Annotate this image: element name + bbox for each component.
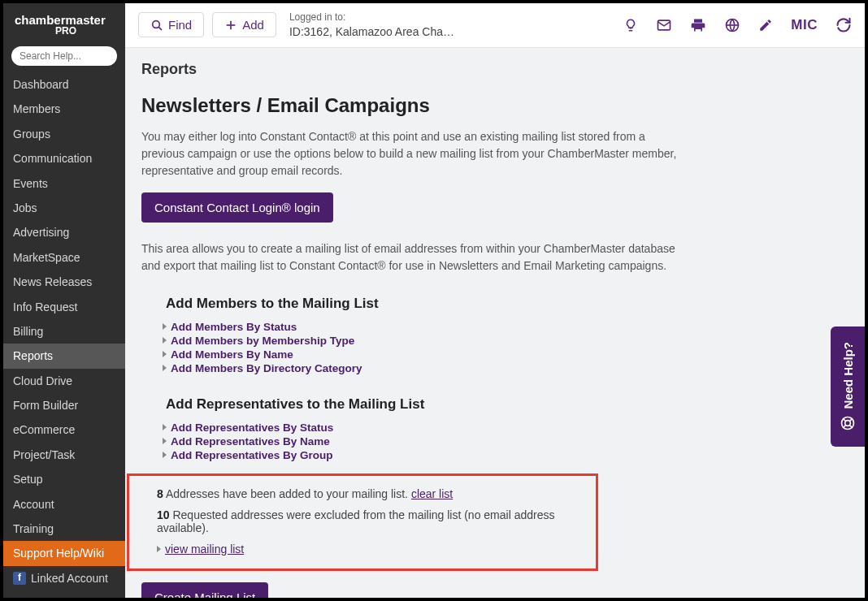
add-reps-heading: Add Representatives to the Mailing List xyxy=(141,396,848,413)
sidebar-item-ecommerce[interactable]: eCommerce xyxy=(3,417,125,442)
sidebar-item-label: Dashboard xyxy=(13,78,69,91)
sidebar-item-label: Training xyxy=(13,522,54,535)
chevron-right-icon xyxy=(163,351,167,357)
chevron-right-icon xyxy=(163,337,167,344)
add-members-add-members-by-name[interactable]: Add Members By Name xyxy=(163,348,848,361)
topbar: Find Add Logged in to: ID:3162, Kalamazo… xyxy=(125,3,865,48)
breadcrumb: Reports xyxy=(141,61,848,78)
svg-line-8 xyxy=(843,418,845,421)
intro-text: You may either log into Constant Contact… xyxy=(141,128,678,179)
svg-line-1 xyxy=(158,27,162,30)
area-text: This area allows you to create a mailing… xyxy=(141,240,678,275)
page-title: Newsletters / Email Campaigns xyxy=(141,94,848,117)
search-icon xyxy=(150,19,163,32)
add-button[interactable]: Add xyxy=(212,12,276,37)
svg-line-9 xyxy=(850,426,853,428)
chevron-right-icon xyxy=(157,546,161,552)
mic-link[interactable]: MIC xyxy=(791,17,818,33)
sidebar-item-label: Form Builder xyxy=(13,399,78,412)
sidebar-item-training[interactable]: Training xyxy=(3,517,125,541)
svg-point-7 xyxy=(845,421,851,426)
sidebar-item-label: MarketSpace xyxy=(13,251,80,264)
sidebar-item-dashboard[interactable]: Dashboard xyxy=(3,72,125,97)
sidebar-item-jobs[interactable]: Jobs xyxy=(3,196,125,220)
sidebar-item-label: Jobs xyxy=(13,201,37,214)
sidebar-item-label: eCommerce xyxy=(13,423,75,436)
content-area: Reports Newsletters / Email Campaigns Yo… xyxy=(125,48,865,598)
add-members-add-members-by-membership-type[interactable]: Add Members by Membership Type xyxy=(163,334,848,348)
plus-icon xyxy=(224,19,237,32)
add-reps-add-representatives-by-status[interactable]: Add Representatives By Status xyxy=(163,421,848,435)
sidebar-item-communication[interactable]: Communication xyxy=(3,146,125,171)
sidebar-item-label: Communication xyxy=(13,152,92,165)
add-members-heading: Add Members to the Mailing List xyxy=(141,296,848,312)
chevron-right-icon xyxy=(163,365,167,371)
lightbulb-icon[interactable] xyxy=(623,17,638,33)
mail-icon[interactable] xyxy=(656,17,672,33)
sidebar-item-advertising[interactable]: Advertising xyxy=(3,220,125,244)
facebook-icon: f xyxy=(13,572,26,585)
sidebar: chambermaster PRO DashboardMembersGroups… xyxy=(3,3,125,598)
svg-line-10 xyxy=(850,418,853,421)
sidebar-item-label: Groups xyxy=(13,128,50,141)
add-members-add-members-by-status[interactable]: Add Members By Status xyxy=(163,320,848,334)
sidebar-item-form-builder[interactable]: Form Builder xyxy=(3,393,125,417)
sidebar-item-cloud-drive[interactable]: Cloud Drive xyxy=(3,369,125,393)
sidebar-item-label: News Releases xyxy=(13,275,92,288)
pencil-icon[interactable] xyxy=(758,18,773,32)
print-icon[interactable] xyxy=(690,17,706,33)
sidebar-item-support-help-wiki[interactable]: Support Help/Wiki xyxy=(3,541,125,565)
sidebar-nav: DashboardMembersGroupsCommunicationEvent… xyxy=(3,72,125,590)
constant-contact-login-button[interactable]: Constant Contact Login® login xyxy=(141,192,333,223)
task-list-header: Task List xyxy=(3,590,125,601)
svg-line-11 xyxy=(843,426,845,428)
lifebuoy-icon xyxy=(840,415,856,431)
brand-edition: PRO xyxy=(15,25,117,37)
need-help-tab[interactable]: Need Help? xyxy=(831,326,865,447)
clear-list-link[interactable]: clear list xyxy=(411,487,453,500)
search-input[interactable] xyxy=(11,46,117,66)
login-info: Logged in to: ID:3162, Kalamazoo Area Ch… xyxy=(289,11,454,39)
sidebar-item-account[interactable]: Account xyxy=(3,492,125,517)
sidebar-item-label: Info Request xyxy=(13,300,77,313)
sidebar-item-label: Billing xyxy=(13,325,43,338)
sidebar-item-billing[interactable]: Billing xyxy=(3,319,125,344)
sidebar-item-label: Members xyxy=(13,102,60,115)
sidebar-item-label: Setup xyxy=(13,473,43,486)
add-reps-add-representatives-by-group[interactable]: Add Representatives By Group xyxy=(163,448,848,462)
sidebar-item-news-releases[interactable]: News Releases xyxy=(3,270,125,294)
brand-logo: chambermaster PRO xyxy=(3,3,125,40)
find-button[interactable]: Find xyxy=(138,12,204,37)
view-mailing-list-link[interactable]: view mailing list xyxy=(165,543,244,556)
sidebar-item-groups[interactable]: Groups xyxy=(3,122,125,146)
mailing-list-status-box: 8 Addresses have been added to your mail… xyxy=(127,473,598,571)
sidebar-item-marketspace[interactable]: MarketSpace xyxy=(3,245,125,270)
reload-icon[interactable] xyxy=(835,17,852,33)
sidebar-item-label: Account xyxy=(13,498,54,511)
add-members-add-members-by-directory-category[interactable]: Add Members By Directory Category xyxy=(163,361,848,375)
chevron-right-icon xyxy=(163,452,167,458)
sidebar-item-reports[interactable]: Reports xyxy=(3,344,125,368)
add-reps-add-representatives-by-name[interactable]: Add Representatives By Name xyxy=(163,435,848,448)
sidebar-item-setup[interactable]: Setup xyxy=(3,467,125,491)
sidebar-item-project-task[interactable]: Project/Task xyxy=(3,443,125,467)
chevron-right-icon xyxy=(163,424,167,430)
sidebar-item-label: Reports xyxy=(13,349,53,362)
sidebar-item-label: Advertising xyxy=(13,226,69,239)
sidebar-item-label: Cloud Drive xyxy=(13,374,72,387)
svg-point-0 xyxy=(153,21,160,28)
sidebar-item-members[interactable]: Members xyxy=(3,97,125,121)
sidebar-item-label: Events xyxy=(13,177,48,190)
sidebar-item-label: Support Help/Wiki xyxy=(13,547,104,560)
chevron-right-icon xyxy=(163,438,167,444)
sidebar-item-info-request[interactable]: Info Request xyxy=(3,295,125,319)
sidebar-item-linked-account[interactable]: fLinked Account xyxy=(3,566,125,590)
chevron-right-icon xyxy=(163,323,167,330)
sidebar-item-label: Project/Task xyxy=(13,448,75,461)
globe-icon[interactable] xyxy=(724,17,740,33)
create-mailing-list-button[interactable]: Create Mailing List xyxy=(141,582,268,598)
excluded-count: 10 xyxy=(157,508,170,521)
added-count: 8 xyxy=(157,487,163,500)
sidebar-item-events[interactable]: Events xyxy=(3,171,125,196)
sidebar-item-label: Linked Account xyxy=(31,569,108,587)
